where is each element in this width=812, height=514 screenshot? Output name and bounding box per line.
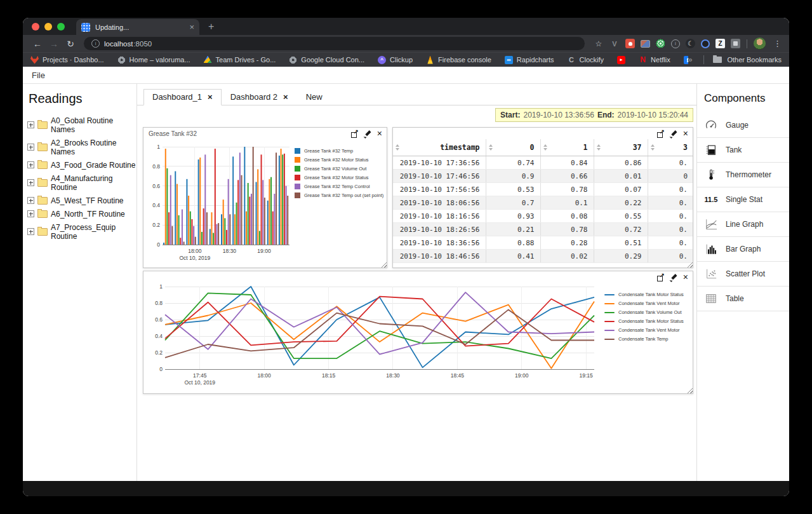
reading-folder-item[interactable]: A7_Process_Equip Routine bbox=[27, 220, 136, 243]
vimium-icon[interactable]: V bbox=[609, 39, 620, 49]
browser-tab[interactable]: Updating... × bbox=[76, 19, 199, 35]
close-icon[interactable]: × bbox=[683, 273, 688, 281]
legend-item[interactable]: Condensate Tank Volume Out bbox=[604, 309, 684, 315]
reading-folder-item[interactable]: A4_Manufacturing Routine bbox=[27, 172, 136, 194]
sort-icon[interactable] bbox=[651, 144, 655, 151]
menu-file[interactable]: File bbox=[32, 71, 45, 80]
legend-item[interactable]: Condensate Tank Vent Motor bbox=[604, 327, 684, 333]
component-item-thermometer[interactable]: Thermometer bbox=[697, 163, 789, 187]
legend-item[interactable]: Condensate Tank Motor Status bbox=[604, 318, 684, 324]
column-header-3[interactable]: 3 bbox=[648, 139, 693, 156]
close-icon[interactable]: × bbox=[377, 129, 382, 138]
bookmark-netflix[interactable]: NNetflix bbox=[639, 56, 670, 64]
close-icon[interactable]: × bbox=[683, 129, 688, 138]
circle-ext-icon[interactable] bbox=[701, 39, 710, 48]
component-item-gauge[interactable]: Gauge bbox=[697, 113, 789, 138]
bookmark-star-icon[interactable]: ☆ bbox=[594, 39, 604, 49]
new-tab-button[interactable]: + bbox=[199, 21, 222, 35]
bookmark-gitlab[interactable]: Projects · Dashbo... bbox=[30, 56, 104, 64]
site-info-icon[interactable]: i bbox=[91, 39, 100, 48]
bookmark-rapidcharts[interactable]: ∞Rapidcharts bbox=[505, 56, 554, 64]
legend-item[interactable]: Condensate Tank Motor Status bbox=[604, 292, 684, 297]
forward-icon[interactable]: → bbox=[47, 39, 61, 48]
reading-folder-item[interactable]: A2_Brooks Routine Names bbox=[27, 136, 136, 158]
legend-item[interactable]: Grease Tank #32 Temp bbox=[295, 148, 383, 154]
bookmark-clickup[interactable]: ^Clickup bbox=[378, 56, 413, 64]
open-external-icon[interactable]: ↗ bbox=[657, 131, 664, 138]
condensate-tank-line-chart[interactable]: 00.20.40.60.8117:4518:0018:1518:3018:451… bbox=[149, 281, 599, 389]
legend-item[interactable]: Grease Tank #32 Motor Status bbox=[295, 157, 383, 163]
dark-reader-icon[interactable]: ☾ bbox=[686, 39, 695, 48]
app-menubar: File bbox=[23, 67, 789, 84]
reading-folder-item[interactable]: A6_North_TF Routine bbox=[27, 207, 136, 220]
expand-plus-icon[interactable] bbox=[27, 121, 34, 128]
bookmark-gear[interactable]: Home – valoruma... bbox=[117, 56, 190, 64]
legend-item[interactable]: Grease Tank #32 Temp Control bbox=[295, 184, 383, 189]
gray-ext-icon[interactable] bbox=[731, 39, 740, 48]
bookmark-youtube[interactable]: ▸ bbox=[617, 56, 625, 64]
column-header-37[interactable]: 37 bbox=[594, 139, 648, 156]
open-external-icon[interactable]: ↗ bbox=[657, 274, 664, 281]
bookmarks-overflow-icon[interactable]: » bbox=[688, 55, 693, 64]
other-bookmarks[interactable]: Other Bookmarks bbox=[727, 56, 782, 64]
sort-icon[interactable] bbox=[543, 144, 547, 151]
screenshot-ext-icon[interactable] bbox=[641, 40, 650, 48]
legend-item[interactable]: Grease Tank #32 Volume Out bbox=[295, 166, 383, 172]
component-item-bar-graph[interactable]: Bar Graph bbox=[697, 237, 789, 262]
reload-icon[interactable]: ↻ bbox=[63, 39, 77, 48]
radar-ext-icon[interactable] bbox=[656, 39, 665, 48]
window-close-button[interactable] bbox=[32, 23, 39, 30]
reading-folder-item[interactable]: A0_Gobal Routine Names bbox=[27, 114, 136, 136]
window-minimize-button[interactable] bbox=[44, 23, 52, 30]
expand-plus-icon[interactable] bbox=[27, 144, 34, 151]
bookmark-drive[interactable]: Team Drives - Go... bbox=[204, 56, 276, 64]
reading-folder-item[interactable]: A5_West_TF Routine bbox=[27, 194, 136, 207]
dashboard-tab-new[interactable]: New bbox=[297, 89, 331, 105]
component-item-line-graph[interactable]: Line Graph bbox=[697, 212, 789, 237]
component-item-tank[interactable]: Tank bbox=[697, 138, 789, 163]
expand-plus-icon[interactable] bbox=[27, 210, 34, 217]
profile-avatar[interactable] bbox=[754, 37, 766, 50]
expand-plus-icon[interactable] bbox=[27, 179, 34, 186]
sort-icon[interactable] bbox=[597, 144, 601, 151]
window-zoom-button[interactable] bbox=[57, 23, 65, 30]
bookmark-clockify[interactable]: CClockify bbox=[568, 56, 604, 64]
dashboard-tab-dashboard-2[interactable]: Dashboard 2× bbox=[222, 89, 297, 105]
tab-close-icon[interactable]: × bbox=[208, 93, 213, 101]
column-header-1[interactable]: 1 bbox=[540, 139, 594, 156]
dashboard-tab-dashboard_1[interactable]: Dashboard_1× bbox=[143, 89, 222, 105]
flash-ext-icon[interactable]: Z bbox=[715, 39, 725, 48]
edit-icon[interactable] bbox=[670, 274, 677, 281]
browser-menu-icon[interactable]: ⋮ bbox=[768, 39, 783, 48]
bookmark-gear[interactable]: Google Cloud Con... bbox=[289, 56, 364, 64]
expand-plus-icon[interactable] bbox=[27, 228, 34, 235]
column-header-timestamp[interactable]: timestamp bbox=[393, 139, 486, 156]
sort-icon[interactable] bbox=[396, 144, 399, 151]
open-external-icon[interactable]: ↗ bbox=[351, 131, 358, 138]
components-title: Components bbox=[697, 84, 789, 113]
info-ext-icon[interactable]: i bbox=[671, 39, 680, 48]
table-row: 2019-10-10 17:46:560.90.660.010 bbox=[393, 170, 693, 183]
edit-icon[interactable] bbox=[670, 130, 677, 138]
adblock-icon[interactable] bbox=[625, 39, 635, 48]
component-item-table[interactable]: Table bbox=[697, 287, 789, 311]
tab-close-icon[interactable]: × bbox=[189, 23, 194, 31]
expand-plus-icon[interactable] bbox=[27, 197, 34, 204]
legend-item[interactable]: Grease Tank #32 Temp out (set point) bbox=[295, 193, 383, 198]
legend-item[interactable]: Condensate Tank Vent Motor bbox=[604, 301, 684, 306]
component-item-single-stat[interactable]: 11.5Single Stat bbox=[697, 187, 789, 212]
column-header-0[interactable]: 0 bbox=[486, 139, 540, 156]
bookmark-firebase[interactable]: Firebase console bbox=[426, 56, 491, 64]
tab-close-icon[interactable]: × bbox=[283, 93, 288, 101]
expand-plus-icon[interactable] bbox=[27, 161, 34, 168]
reading-folder-item[interactable]: A3_Food_Grade Routine bbox=[27, 158, 136, 172]
grease-tank-bar-chart[interactable]: 00.20.40.60.8118:0018:3019:00Oct 10, 201… bbox=[147, 140, 291, 264]
bookmark-facebook[interactable]: f bbox=[684, 56, 688, 64]
legend-item[interactable]: Condensate Tank Temp bbox=[604, 336, 684, 342]
edit-icon[interactable] bbox=[364, 130, 371, 138]
address-bar[interactable]: i localhost :8050 bbox=[84, 37, 585, 50]
back-icon[interactable]: ← bbox=[30, 39, 44, 48]
sort-icon[interactable] bbox=[489, 144, 493, 151]
legend-item[interactable]: Grease Tank #32 Motor Status bbox=[295, 175, 383, 180]
component-item-scatter-plot[interactable]: Scatter Plot bbox=[697, 262, 789, 287]
